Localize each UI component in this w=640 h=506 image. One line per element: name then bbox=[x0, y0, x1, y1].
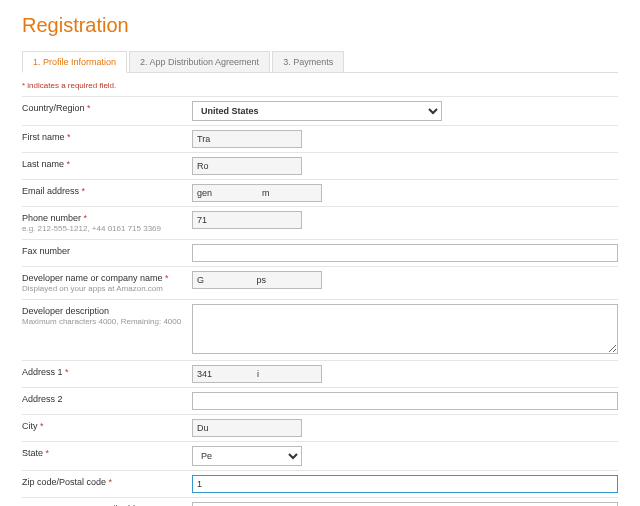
tab-app-distribution-agreement[interactable]: 2. App Distribution Agreement bbox=[129, 51, 270, 72]
state-select[interactable]: Pe bbox=[192, 446, 302, 466]
support-email-input[interactable] bbox=[192, 502, 618, 506]
required-note: * indicates a required field. bbox=[22, 81, 618, 90]
label-first-name: First name * bbox=[22, 130, 192, 144]
tabs: 1. Profile Information 2. App Distributi… bbox=[22, 51, 618, 73]
label-zip: Zip code/Postal code * bbox=[22, 475, 192, 489]
label-email: Email address * bbox=[22, 184, 192, 198]
phone-hint: e.g. 212-555-1212, +44 0161 715 3369 bbox=[22, 224, 184, 233]
row-zip: Zip code/Postal code * bbox=[22, 470, 618, 497]
row-address1: Address 1 * bbox=[22, 360, 618, 387]
tab-payments[interactable]: 3. Payments bbox=[272, 51, 344, 72]
phone-input[interactable] bbox=[192, 211, 302, 229]
row-fax: Fax number bbox=[22, 239, 618, 266]
fax-input[interactable] bbox=[192, 244, 618, 262]
row-last-name: Last name * bbox=[22, 152, 618, 179]
row-phone: Phone number * e.g. 212-555-1212, +44 01… bbox=[22, 206, 618, 239]
label-address1: Address 1 * bbox=[22, 365, 192, 379]
row-state: State * Pe bbox=[22, 441, 618, 470]
email-input[interactable] bbox=[192, 184, 322, 202]
city-input[interactable] bbox=[192, 419, 302, 437]
label-phone: Phone number * e.g. 212-555-1212, +44 01… bbox=[22, 211, 192, 235]
first-name-input[interactable] bbox=[192, 130, 302, 148]
label-state: State * bbox=[22, 446, 192, 460]
last-name-input[interactable] bbox=[192, 157, 302, 175]
label-address2: Address 2 bbox=[22, 392, 192, 406]
label-dev-desc: Developer description Maximum characters… bbox=[22, 304, 192, 328]
row-dev-desc: Developer description Maximum characters… bbox=[22, 299, 618, 360]
address2-input[interactable] bbox=[192, 392, 618, 410]
row-support-email: Customer support email address bbox=[22, 497, 618, 506]
row-city: City * bbox=[22, 414, 618, 441]
page-title: Registration bbox=[22, 14, 618, 37]
label-fax: Fax number bbox=[22, 244, 192, 258]
row-address2: Address 2 bbox=[22, 387, 618, 414]
tab-profile-information[interactable]: 1. Profile Information bbox=[22, 51, 127, 73]
address1-input[interactable] bbox=[192, 365, 322, 383]
dev-desc-hint: Maximum characters 4000, Remaining: 4000 bbox=[22, 317, 184, 326]
row-dev-name: Developer name or company name * Display… bbox=[22, 266, 618, 299]
dev-desc-textarea[interactable] bbox=[192, 304, 618, 354]
row-first-name: First name * bbox=[22, 125, 618, 152]
label-dev-name: Developer name or company name * Display… bbox=[22, 271, 192, 295]
label-country: Country/Region * bbox=[22, 101, 192, 115]
zip-input[interactable] bbox=[192, 475, 618, 493]
dev-name-hint: Displayed on your apps at Amazon.com bbox=[22, 284, 184, 293]
label-support-email: Customer support email address bbox=[22, 502, 192, 506]
row-country: Country/Region * United States bbox=[22, 96, 618, 125]
country-select[interactable]: United States bbox=[192, 101, 442, 121]
dev-name-input[interactable] bbox=[192, 271, 322, 289]
label-city: City * bbox=[22, 419, 192, 433]
label-last-name: Last name * bbox=[22, 157, 192, 171]
row-email: Email address * bbox=[22, 179, 618, 206]
